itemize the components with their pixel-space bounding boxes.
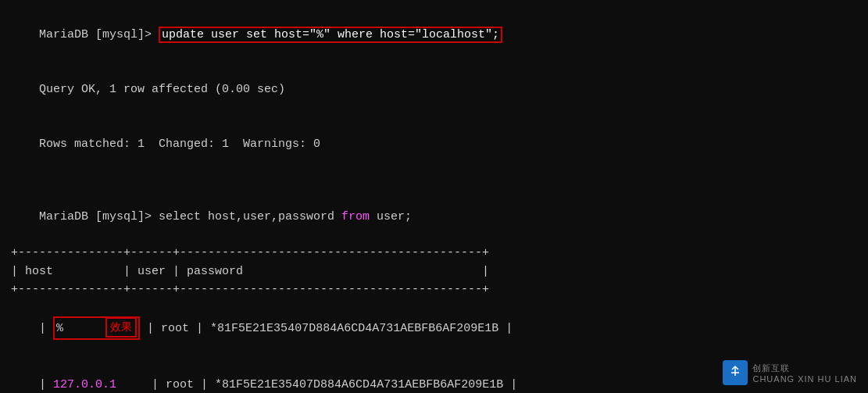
- table-header: | host | user | password |: [11, 263, 857, 280]
- row2-user: root: [166, 378, 194, 391]
- command-update: update user set host="%" where host="loc…: [159, 27, 502, 43]
- line-update-command: MariaDB [mysql]> update user set host="%…: [11, 8, 857, 63]
- watermark-en: CHUANG XIN HU LIAN: [752, 374, 857, 384]
- blank-line-1: [11, 171, 857, 189]
- terminal-window: MariaDB [mysql]> update user set host="%…: [0, 0, 868, 393]
- prompt-2: MariaDB [mysql]>: [39, 210, 159, 223]
- row1-host: %: [56, 322, 63, 335]
- row1-pass: *81F5E21E35407D884A6CD4A731AEBFB6AF209E1…: [210, 322, 498, 335]
- cmd2-from: from: [341, 210, 370, 223]
- table-sep-2: +---------------+------+----------------…: [11, 280, 857, 298]
- line-rows-matched: Rows matched: 1 Changed: 1 Warnings: 0: [11, 117, 857, 172]
- table-sep-1: +---------------+------+----------------…: [11, 244, 857, 262]
- table-row-1: | % 效果 | root | *81F5E21E35407D884A6CD4A…: [11, 298, 857, 358]
- watermark-icon: [723, 360, 748, 385]
- row2-host: 127.0.0.1: [53, 378, 116, 391]
- prompt-1: MariaDB [mysql]>: [39, 28, 159, 41]
- watermark-cn: 创新互联: [752, 363, 857, 374]
- line-query-ok: Query OK, 1 row affected (0.00 sec): [11, 63, 857, 117]
- watermark-text-area: 创新互联 CHUANG XIN HU LIAN: [752, 363, 857, 384]
- cmd2-after: user;: [370, 210, 412, 223]
- watermark: 创新互联 CHUANG XIN HU LIAN: [723, 360, 857, 385]
- row1-annotation: 效果: [105, 317, 137, 338]
- row1-highlight-box: % 效果: [53, 316, 140, 340]
- line-select-command: MariaDB [mysql]> select host,user,passwo…: [11, 190, 857, 245]
- cmd2-before: select host,user,password: [159, 210, 341, 223]
- row2-pass: *81F5E21E35407D884A6CD4A731AEBFB6AF209E1…: [215, 378, 503, 391]
- row1-user: root: [161, 322, 189, 335]
